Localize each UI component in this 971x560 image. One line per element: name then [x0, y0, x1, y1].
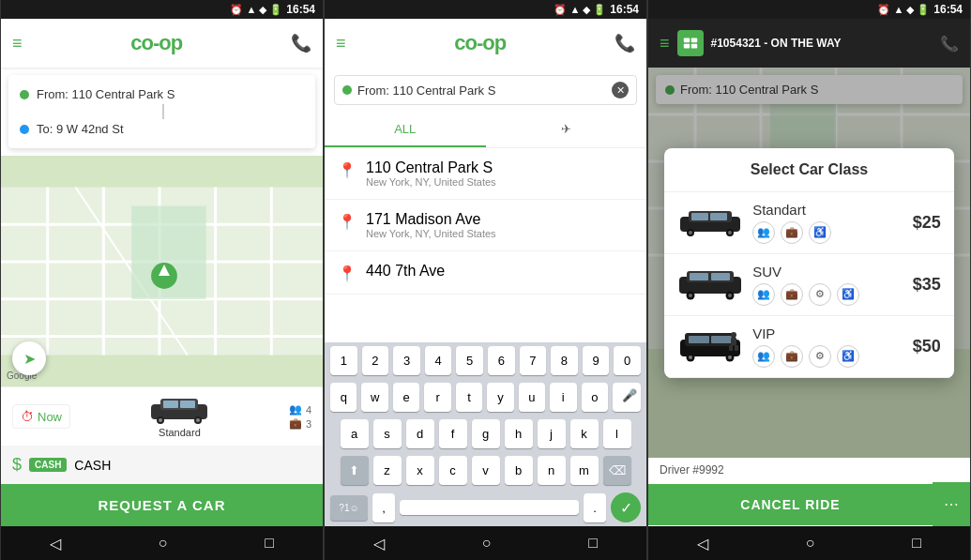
backspace-key[interactable]: ⌫: [603, 456, 631, 485]
key-c[interactable]: c: [439, 456, 467, 485]
shift-key[interactable]: ⬆: [341, 456, 369, 485]
key-s[interactable]: s: [373, 419, 402, 448]
period-key[interactable]: .: [584, 493, 606, 522]
key-z[interactable]: z: [373, 456, 402, 485]
key-h[interactable]: h: [505, 419, 533, 448]
home-button-3[interactable]: ○: [797, 531, 825, 555]
cancel-ride-button[interactable]: CANCEL RIDE: [648, 484, 933, 525]
key-f[interactable]: f: [439, 419, 467, 448]
key-y[interactable]: y: [487, 383, 513, 412]
key-a[interactable]: a: [341, 419, 369, 448]
car-name-1: Standard: [159, 427, 201, 438]
car-info-1[interactable]: Standard: [80, 395, 280, 438]
done-key[interactable]: ✓: [611, 492, 641, 522]
vip-accessible-icon: ♿: [837, 345, 859, 368]
tab-flights[interactable]: ✈: [486, 113, 647, 147]
key-2[interactable]: 2: [362, 346, 389, 375]
key-u[interactable]: u: [519, 383, 545, 412]
key-6[interactable]: 6: [488, 346, 515, 375]
key-q[interactable]: q: [330, 383, 357, 412]
from-dot-1: [20, 90, 29, 99]
key-5[interactable]: 5: [456, 346, 483, 375]
svg-rect-16: [163, 401, 178, 408]
from-row-1[interactable]: From: 110 Central Park S: [20, 84, 304, 104]
key-j[interactable]: j: [538, 419, 566, 448]
symbols-key[interactable]: ?1☺: [330, 495, 368, 521]
back-button-3[interactable]: ◁: [688, 531, 718, 556]
back-button-2[interactable]: ◁: [364, 531, 394, 556]
menu-icon-1[interactable]: ≡: [12, 34, 23, 53]
key-1[interactable]: 1: [330, 346, 357, 375]
suv-accessible-icon: ♿: [837, 283, 859, 306]
car-class-suv[interactable]: SUV 👥 💼 ⚙ ♿ $35: [664, 254, 954, 316]
space-key[interactable]: [400, 500, 579, 515]
key-l[interactable]: l: [603, 419, 631, 448]
result-item-1[interactable]: 📍 171 Madison Ave New York, NY, United S…: [325, 200, 646, 251]
key-b[interactable]: b: [505, 456, 533, 485]
key-7[interactable]: 7: [520, 346, 547, 375]
result-item-0[interactable]: 📍 110 Central Park S New York, NY, Unite…: [325, 148, 646, 200]
key-o[interactable]: o: [582, 383, 608, 412]
app-bar-2: ≡ co-op 📞: [325, 19, 646, 68]
location-icon-2: 📍: [338, 265, 357, 282]
svg-point-44: [689, 231, 692, 235]
ride-status-label-3: ON THE WAY: [771, 37, 842, 50]
back-button-1[interactable]: ◁: [40, 531, 70, 556]
phone-icon-1[interactable]: 📞: [291, 33, 311, 53]
vip-name: VIP: [752, 325, 903, 341]
to-row-1[interactable]: To: 9 W 42nd St: [20, 119, 304, 139]
key-d[interactable]: d: [406, 419, 434, 448]
home-button-2[interactable]: ○: [473, 531, 501, 555]
now-label: Now: [38, 410, 62, 424]
key-w[interactable]: w: [361, 383, 387, 412]
phone-icon-2[interactable]: 📞: [614, 33, 635, 53]
search-input-row-2[interactable]: From: 110 Central Park S ✕: [334, 75, 637, 105]
status-bar-2: ⏰▲◆🔋 16:54: [325, 0, 646, 19]
menu-icon-3[interactable]: ≡: [660, 34, 670, 53]
search-from-text: From: 110 Central Park S: [357, 83, 606, 98]
vip-luggage-icon: 💼: [781, 345, 803, 368]
recent-button-3[interactable]: □: [903, 531, 931, 555]
now-badge-1[interactable]: ⏱ Now: [12, 404, 70, 429]
recent-button-1[interactable]: □: [255, 531, 283, 555]
key-k[interactable]: k: [570, 419, 599, 448]
search-results-2: 📍 110 Central Park S New York, NY, Unite…: [325, 148, 646, 342]
key-r[interactable]: r: [424, 383, 450, 412]
time-3: 16:54: [933, 3, 963, 16]
number-row: 1 2 3 4 5 6 7 8 9 0: [325, 342, 646, 379]
svg-point-61: [728, 356, 732, 359]
key-8[interactable]: 8: [551, 346, 578, 375]
phone-icon-3[interactable]: 📞: [940, 35, 959, 53]
key-9[interactable]: 9: [583, 346, 610, 375]
payment-row-1[interactable]: $ CASH CASH: [1, 446, 323, 484]
menu-icon-2[interactable]: ≡: [336, 34, 346, 53]
svg-rect-65: [735, 345, 738, 351]
key-0[interactable]: 0: [614, 346, 641, 375]
result-item-2[interactable]: 📍 440 7th Ave: [325, 251, 646, 295]
key-t[interactable]: t: [456, 383, 482, 412]
key-i[interactable]: i: [550, 383, 576, 412]
car-class-vip[interactable]: VIP 👥 💼 ⚙ ♿ $50: [664, 316, 954, 378]
key-m[interactable]: m: [570, 456, 599, 485]
recent-button-2[interactable]: □: [579, 531, 607, 555]
more-options-button[interactable]: ⋯: [933, 482, 970, 526]
key-x[interactable]: x: [406, 456, 434, 485]
key-e[interactable]: e: [393, 383, 419, 412]
map-area-1[interactable]: Google ➤: [1, 156, 323, 386]
key-v[interactable]: v: [472, 456, 500, 485]
app-bar-1: ≡ co-op 📞: [1, 19, 323, 68]
location-icon-0: 📍: [338, 161, 357, 179]
nav-fab-1[interactable]: ➤: [12, 341, 46, 375]
key-3[interactable]: 3: [393, 346, 420, 375]
key-4[interactable]: 4: [425, 346, 452, 375]
bottom-row: ?1☺ , . ✓: [325, 489, 646, 526]
car-class-standard[interactable]: Standart 👥 💼 ♿ $25: [664, 192, 954, 254]
comma-key[interactable]: ,: [372, 493, 395, 522]
key-g[interactable]: g: [472, 419, 500, 448]
request-car-button[interactable]: REQUEST A CAR: [1, 484, 323, 526]
key-n[interactable]: n: [538, 456, 566, 485]
home-button-1[interactable]: ○: [149, 531, 177, 555]
tab-all[interactable]: ALL: [325, 113, 486, 147]
clear-search-button[interactable]: ✕: [612, 82, 629, 98]
mic-key[interactable]: 🎤: [613, 383, 641, 412]
